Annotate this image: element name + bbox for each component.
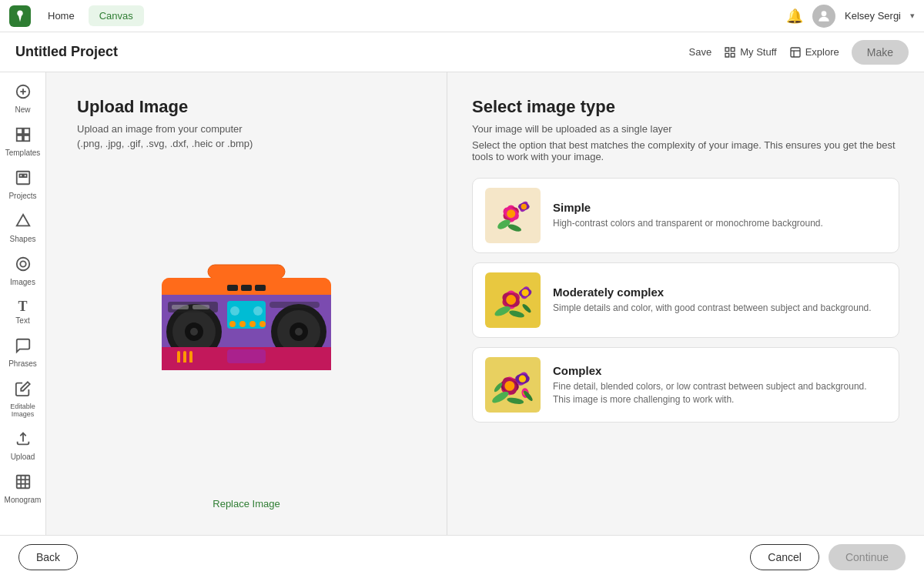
upload-icon	[15, 430, 32, 451]
my-stuff-button[interactable]: My Stuff	[724, 46, 776, 58]
type-card-desc-simple: High-contrast colors and transparent or …	[553, 217, 886, 230]
svg-point-60	[521, 204, 527, 209]
svg-point-57	[507, 209, 515, 218]
sidebar-item-templates[interactable]: Templates	[2, 122, 44, 162]
svg-point-14	[16, 258, 29, 271]
svg-point-0	[822, 11, 827, 16]
projects-icon	[15, 169, 32, 190]
header-actions: Save My Stuff Explore Make	[689, 40, 909, 65]
templates-icon	[15, 126, 32, 147]
type-card-complex[interactable]: Complex Fine detail, blended colors, or …	[472, 347, 899, 423]
canvas-tab[interactable]: Canvas	[89, 5, 144, 26]
type-panel: Select image type Your image will be upl…	[447, 72, 924, 535]
continue-button: Continue	[829, 544, 906, 570]
logo[interactable]	[9, 5, 31, 27]
type-card-info-moderate: Moderately complex Simple details and co…	[553, 286, 886, 315]
svg-rect-7	[16, 129, 22, 134]
shapes-icon	[15, 212, 32, 233]
home-tab[interactable]: Home	[37, 5, 85, 26]
svg-rect-26	[241, 285, 252, 291]
replace-image-link[interactable]: Replace Image	[77, 496, 416, 510]
notification-bell-icon[interactable]: 🔔	[786, 8, 803, 25]
svg-rect-53	[192, 305, 209, 309]
bottom-right-actions: Cancel Continue	[750, 544, 906, 570]
bottom-bar: Back Cancel Continue	[0, 535, 924, 578]
svg-point-83	[490, 389, 510, 405]
svg-point-39	[253, 306, 263, 316]
images-icon	[15, 256, 32, 276]
make-button[interactable]: Make	[852, 40, 909, 65]
save-button[interactable]: Save	[689, 46, 712, 58]
boombox-illustration	[146, 259, 346, 393]
svg-rect-8	[23, 129, 28, 134]
sidebar-item-text[interactable]: T Text	[2, 294, 44, 329]
image-preview	[77, 168, 416, 484]
sidebar-item-label: Shapes	[10, 235, 36, 243]
type-panel-desc1: Your image will be uploaded as a single …	[472, 123, 899, 135]
svg-point-72	[521, 302, 532, 313]
svg-rect-22	[208, 265, 285, 279]
type-card-title-simple: Simple	[553, 201, 886, 214]
svg-point-41	[239, 321, 246, 327]
type-card-desc-moderate: Simple details and color, with good cont…	[553, 302, 886, 315]
sidebar-item-projects[interactable]: Projects	[2, 165, 44, 205]
sidebar-item-new[interactable]: New	[2, 79, 44, 119]
explore-button[interactable]: Explore	[789, 46, 839, 58]
svg-rect-52	[172, 305, 189, 309]
type-card-thumb-moderate	[485, 272, 541, 328]
upload-formats: (.png, .jpg, .gif, .svg, .dxf, .heic or …	[77, 138, 416, 149]
svg-point-69	[522, 289, 529, 296]
svg-point-32	[190, 328, 198, 336]
type-panel-title: Select image type	[472, 97, 899, 117]
svg-rect-17	[16, 476, 29, 489]
svg-point-80	[519, 376, 526, 383]
svg-point-66	[506, 295, 516, 305]
sidebar-item-phrases[interactable]: Phrases	[2, 332, 44, 373]
svg-rect-50	[270, 302, 320, 308]
back-button[interactable]: Back	[18, 544, 78, 570]
top-navigation: Home Canvas 🔔 Kelsey Sergi ▾	[0, 0, 924, 32]
editable-images-icon	[15, 380, 32, 401]
sidebar-item-label: Monogram	[5, 496, 42, 504]
nav-right-actions: 🔔 Kelsey Sergi ▾	[786, 5, 915, 28]
svg-rect-49	[227, 349, 266, 363]
sidebar-item-monogram[interactable]: Monogram	[2, 469, 44, 509]
type-card-thumb-complex	[485, 357, 541, 413]
chevron-down-icon: ▾	[910, 11, 915, 21]
sidebar-item-label: Upload	[11, 453, 35, 461]
type-card-moderate[interactable]: Moderately complex Simple details and co…	[472, 262, 899, 338]
svg-point-77	[504, 381, 514, 391]
phrases-icon	[15, 337, 32, 358]
type-card-thumb-simple	[485, 188, 541, 243]
type-panel-desc2: Select the option that best matches the …	[472, 139, 899, 162]
sidebar-item-editable-images[interactable]: Editable Images	[2, 376, 44, 423]
svg-point-71	[508, 309, 525, 319]
sidebar-item-label: Editable Images	[5, 403, 41, 418]
upload-subtitle: Upload an image from your computer	[77, 123, 416, 135]
type-card-title-moderate: Moderately complex	[553, 286, 886, 299]
sidebar-item-label: New	[15, 105, 30, 114]
cancel-button[interactable]: Cancel	[750, 544, 819, 570]
main-layout: New Templates Projects Shapes Images	[0, 72, 924, 535]
svg-point-38	[230, 306, 239, 316]
svg-point-15	[20, 261, 25, 266]
svg-point-42	[249, 321, 256, 327]
type-card-simple[interactable]: Simple High-contrast colors and transpar…	[472, 178, 899, 253]
username-label: Kelsey Sergi	[845, 10, 901, 22]
upload-panel: Upload Image Upload an image from your c…	[46, 72, 447, 535]
sidebar-item-label: Text	[15, 316, 29, 325]
avatar	[812, 5, 835, 28]
svg-rect-48	[162, 363, 331, 370]
sidebar-item-label: Projects	[8, 192, 36, 200]
content-area: Upload Image Upload an image from your c…	[46, 72, 924, 535]
type-card-info-complex: Complex Fine detail, blended colors, or …	[553, 364, 886, 406]
monogram-icon	[15, 473, 32, 494]
sidebar-item-images[interactable]: Images	[2, 251, 44, 291]
svg-rect-13	[23, 174, 26, 177]
sidebar-item-upload[interactable]: Upload	[2, 426, 44, 466]
svg-rect-10	[23, 135, 28, 141]
sidebar-item-label: Phrases	[8, 359, 37, 368]
sidebar-item-shapes[interactable]: Shapes	[2, 208, 44, 248]
svg-rect-27	[255, 285, 266, 291]
sidebar-item-label: Images	[10, 278, 35, 286]
